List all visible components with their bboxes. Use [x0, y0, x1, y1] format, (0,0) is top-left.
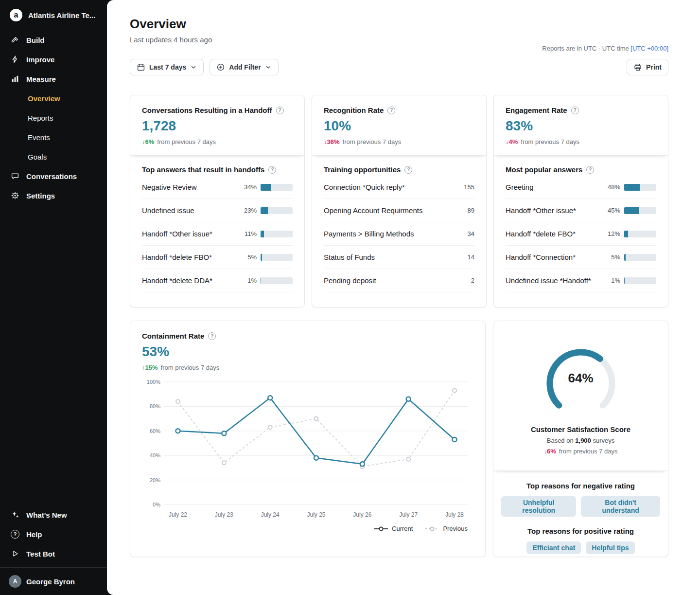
help-icon[interactable]: [387, 107, 395, 114]
sidebar-item-goals[interactable]: Goals: [0, 147, 107, 166]
sidebar-item-whats-new[interactable]: What's New: [0, 505, 107, 524]
chart-point[interactable]: [176, 429, 180, 433]
legend-previous: Previous: [425, 525, 468, 532]
containment-chart-svg: 0%20%40%60%80%100%July 22July 23July 24J…: [142, 376, 474, 522]
answer-row: Negative Review 34%: [142, 176, 293, 199]
sidebar-item-label: Build: [26, 36, 45, 44]
svg-text:July 28: July 28: [445, 511, 464, 518]
engagement-card: Engagement Rate 83% ↓4% from previous 7 …: [493, 95, 668, 307]
handoff-card: Conversations Resulting in a Handoff 1,7…: [130, 95, 305, 307]
help-icon[interactable]: [208, 332, 216, 340]
sidebar-item-reports[interactable]: Reports: [0, 108, 107, 127]
add-filter-button[interactable]: Add Filter: [210, 59, 278, 75]
delta-note: from previous 7 days: [343, 138, 402, 145]
delta-note: from previous 7 days: [157, 138, 216, 145]
account-menu[interactable]: A George Byron: [0, 567, 107, 595]
handoff-list: Top answers that result in handoffs Nega…: [130, 156, 304, 307]
handoff-card-title: Conversations Resulting in a Handoff: [142, 106, 272, 114]
sidebar-item-build[interactable]: Build: [0, 30, 107, 50]
sidebar-item-help[interactable]: Help: [0, 524, 107, 544]
csat-delta: ↓6%: [544, 448, 556, 455]
popular-answers-title: Most popular answers: [506, 165, 582, 174]
legend-current: Current: [374, 525, 413, 532]
engagement-card-header: Engagement Rate 83% ↓4% from previous 7 …: [494, 95, 668, 156]
chart-point[interactable]: [268, 396, 272, 400]
print-button[interactable]: Print: [627, 59, 668, 75]
engagement-value: 83%: [506, 118, 656, 134]
answer-label: Handoff *delete FBO*: [142, 253, 244, 261]
chevron-down-icon: [265, 64, 272, 71]
training-label: Connection *Quick reply*: [324, 183, 460, 191]
answer-row: Handoff *delete FBO* 5%: [142, 246, 293, 269]
chat-bubble-icon: [11, 172, 19, 180]
training-row: Pending deposit 2: [324, 269, 474, 292]
training-count: 34: [468, 230, 474, 237]
sidebar-item-measure[interactable]: Measure: [0, 69, 107, 89]
answer-row: Handoff *Connection* 5%: [506, 246, 656, 269]
help-circle-icon: [11, 530, 19, 539]
svg-text:July 23: July 23: [215, 511, 233, 518]
answer-row: Undefined issue *Handoff* 1%: [506, 269, 656, 292]
svg-text:80%: 80%: [150, 403, 160, 409]
training-list: Training opportunities Connection *Quick…: [312, 156, 486, 307]
answer-bar: [261, 207, 293, 214]
sidebar-item-overview[interactable]: Overview: [0, 89, 107, 108]
workspace-switcher[interactable]: Atlantis Airline Te...: [0, 6, 107, 30]
last-updated-text: Last updates 4 hours ago: [130, 36, 668, 44]
svg-text:40%: 40%: [150, 452, 160, 458]
answer-bar: [624, 207, 656, 214]
date-range-button[interactable]: Last 7 days: [130, 59, 204, 75]
user-name: George Byron: [26, 577, 75, 586]
help-icon[interactable]: [268, 166, 276, 174]
csat-gauge: 64%: [540, 345, 622, 418]
bar-chart-icon: [11, 74, 19, 83]
help-icon[interactable]: [404, 166, 412, 174]
plus-circle-icon: [216, 63, 225, 72]
chart-point[interactable]: [406, 397, 411, 401]
chart-point[interactable]: [222, 431, 226, 435]
negative-reasons-title: Top reasons for negative rating: [501, 482, 660, 490]
sidebar-item-settings[interactable]: Settings: [0, 186, 107, 205]
chart-point[interactable]: [360, 462, 365, 466]
answer-label: Undefined issue: [142, 206, 240, 215]
stat-cards-row: Conversations Resulting in a Handoff 1,7…: [130, 95, 668, 307]
sidebar-item-label: Improve: [26, 55, 54, 64]
popular-answers-list: Most popular answers Greeting 48% Handof…: [494, 156, 668, 307]
csat-card: 64% Customer Satisfaction Score Based on…: [493, 321, 668, 557]
chart-point[interactable]: [453, 437, 457, 442]
sidebar-item-test-bot[interactable]: Test Bot: [0, 544, 107, 563]
answer-label: Handoff *delete DDA*: [142, 276, 244, 285]
containment-card: Containment Rate 53% ↑15% from previous …: [130, 321, 486, 557]
workspace-name: Atlantis Airline Te...: [28, 11, 95, 19]
containment-title: Containment Rate: [142, 332, 204, 340]
sidebar-item-improve[interactable]: Improve: [0, 50, 107, 69]
handoff-value: 1,728: [142, 118, 293, 134]
lightning-icon: [11, 55, 19, 64]
timezone-note: Reports are in UTC - UTC time [UTC +00:0…: [130, 45, 668, 52]
build-icon: [11, 36, 19, 44]
help-icon[interactable]: [586, 166, 594, 174]
answer-label: Greeting: [506, 183, 604, 191]
add-filter-label: Add Filter: [229, 63, 261, 71]
positive-reasons-title: Top reasons for positive rating: [501, 527, 660, 535]
svg-text:July 22: July 22: [169, 511, 187, 518]
answer-label: Handoff *Connection*: [506, 253, 607, 261]
containment-chart: 0%20%40%60%80%100%July 22July 23July 24J…: [142, 376, 473, 524]
help-icon[interactable]: [276, 107, 284, 114]
svg-text:July 27: July 27: [399, 511, 418, 518]
chart-point[interactable]: [314, 456, 318, 460]
svg-text:July 24: July 24: [261, 511, 280, 518]
sidebar-item-conversations[interactable]: Conversations: [0, 166, 107, 186]
answer-bar: [624, 184, 656, 191]
help-icon[interactable]: [571, 107, 579, 114]
delta-note: from previous 7 days: [521, 138, 579, 145]
legend-label: Current: [392, 525, 413, 532]
avatar: A: [9, 575, 21, 588]
answer-percent: 1%: [611, 277, 620, 284]
reason-tag: Bot didn't understand: [581, 496, 660, 517]
app-root: Atlantis Airline Te... Build Improve Mea…: [0, 0, 700, 595]
timezone-link[interactable]: [UTC +00:00]: [630, 45, 668, 52]
handoff-list-title: Top answers that result in handoffs: [142, 165, 264, 174]
training-label: Opening Account Requirments: [324, 206, 464, 215]
sidebar-item-events[interactable]: Events: [0, 127, 107, 147]
